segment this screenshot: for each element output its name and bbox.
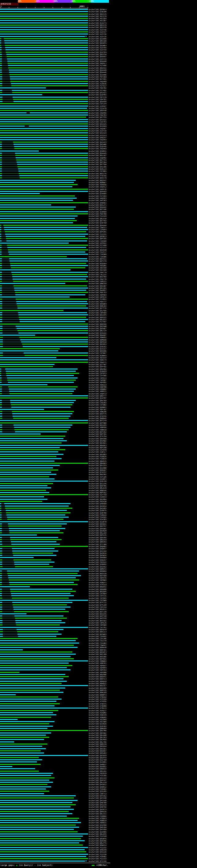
alignment-row[interactable]: UniRef100_B9RKV8 — [0, 646, 197, 648]
hit-bar[interactable] — [0, 721, 55, 722]
alignment-row[interactable]: UniRef100_A2SY44 — [0, 49, 197, 51]
hit-bar-segment[interactable] — [0, 380, 2, 380]
hit-label[interactable]: UniRef100_Q9FC05 — [89, 238, 106, 240]
alignment-row[interactable]: UniRef100_Q67TF4 — [0, 159, 197, 161]
alignment-row[interactable]: UniRef100_Q86T77 — [0, 395, 197, 397]
hit-bar-segment[interactable] — [0, 573, 2, 574]
alignment-row[interactable]: UniRef100_B9T1T9 — [0, 260, 197, 262]
alignment-row[interactable]: UniRef100_P04782 — [0, 87, 197, 89]
alignment-row[interactable]: UniRef100_Q9LYR6 — [0, 741, 197, 743]
hit-label[interactable]: UniRef100_Q1EP45 — [89, 145, 106, 148]
alignment-row[interactable]: UniRef100_A7PZL0 — [0, 584, 197, 586]
alignment-row[interactable]: UniRef100_Q9VZB7 — [0, 285, 197, 287]
hit-bar[interactable] — [5, 45, 88, 46]
hit-bar[interactable] — [7, 519, 63, 520]
hit-bar-segment[interactable] — [0, 375, 1, 376]
hit-bar[interactable] — [0, 809, 74, 810]
hit-bar-segment[interactable] — [0, 312, 2, 313]
hit-label[interactable]: UniRef100_Q39162 — [89, 345, 106, 348]
hit-label[interactable]: UniRef100_P12331 — [89, 233, 106, 235]
hit-label[interactable]: UniRef100_Q4A857 — [89, 289, 106, 291]
alignment-row[interactable]: UniRef100_Q4A857 — [0, 289, 197, 291]
hit-label[interactable]: UniRef100_Q8H903 — [89, 462, 106, 464]
alignment-row[interactable]: UniRef100_Q27YW7 — [0, 363, 197, 366]
hit-bar-segment[interactable] — [0, 177, 2, 178]
alignment-row[interactable]: UniRef100_Q01883 — [0, 453, 197, 456]
hit-bar[interactable] — [22, 344, 88, 345]
alignment-row[interactable]: UniRef100_O23878 — [0, 521, 197, 523]
alignment-row[interactable]: UniRef100_B9N8T3 — [0, 694, 197, 696]
alignment-row[interactable]: UniRef100_Q43452 — [0, 566, 197, 568]
alignment-row[interactable]: UniRef100_Q83379 — [0, 24, 197, 26]
alignment-row[interactable]: UniRef100_Q2QYB3 — [0, 725, 197, 727]
hit-bar[interactable] — [0, 726, 53, 727]
hit-label[interactable]: UniRef100_A7P9S6 — [89, 700, 106, 702]
hit-bar[interactable] — [0, 483, 53, 484]
hit-label[interactable]: UniRef100_A9R831 — [89, 822, 106, 824]
hit-label[interactable]: UniRef100_Q43654 — [89, 505, 106, 507]
hit-bar[interactable] — [0, 105, 88, 106]
alignment-row[interactable]: UniRef100_A7Q0V3 — [0, 817, 197, 819]
alignment-row[interactable]: UniRef100_Q9AYK6 — [0, 536, 197, 538]
hit-label[interactable]: UniRef100_B9MYV5 — [89, 689, 106, 691]
hit-bar-segment[interactable] — [0, 144, 2, 145]
hit-label[interactable]: UniRef100_P12332 — [89, 846, 106, 848]
hit-bar[interactable] — [20, 177, 88, 178]
hit-bar-segment[interactable] — [0, 326, 2, 327]
alignment-row[interactable]: UniRef100_Q8RVH3 — [0, 541, 197, 543]
hit-bar-segment[interactable] — [0, 593, 2, 594]
hit-bar[interactable] — [0, 94, 42, 95]
hit-bar-segment[interactable] — [0, 252, 2, 252]
hit-bar[interactable] — [0, 454, 63, 455]
alignment-row[interactable]: UniRef100_P97369 — [0, 76, 197, 78]
alignment-row[interactable]: UniRef100_P04783 — [0, 114, 197, 116]
hit-bar[interactable] — [0, 741, 14, 742]
hit-bar[interactable] — [16, 159, 88, 160]
hit-bar[interactable] — [7, 61, 88, 62]
alignment-row[interactable]: UniRef100_A6J270 — [0, 15, 197, 17]
alignment-row[interactable]: UniRef100_A9SGM1 — [0, 265, 197, 267]
hit-label[interactable]: UniRef100_Q01884 — [89, 498, 106, 500]
hit-bar[interactable] — [11, 595, 74, 596]
alignment-row[interactable]: UniRef100_P20866 — [0, 815, 197, 817]
hit-bar[interactable] — [0, 791, 49, 792]
alignment-row[interactable]: UniRef100_Q6ETN5 — [0, 485, 197, 487]
alignment-row[interactable]: UniRef100_Q9LIK3 — [0, 736, 197, 738]
alignment-row[interactable]: UniRef100_A2SY65 — [0, 46, 197, 49]
hit-label[interactable]: UniRef100_C6TC31 — [89, 595, 106, 597]
hit-bar[interactable] — [7, 517, 69, 518]
hit-bar[interactable] — [15, 153, 88, 154]
hit-label[interactable]: UniRef100_Q39692 — [89, 563, 106, 565]
hit-label[interactable]: UniRef100_A9NPD6 — [89, 426, 106, 428]
hit-bar[interactable] — [0, 310, 63, 311]
hit-bar[interactable] — [0, 744, 47, 745]
alignment-row[interactable]: UniRef100_P92919 — [0, 772, 197, 774]
hit-label[interactable]: UniRef100_Q6F3R4 — [89, 161, 106, 163]
alignment-row[interactable]: UniRef100_C4J7R1 — [0, 626, 197, 628]
alignment-row[interactable]: UniRef100_A5BUY1 — [0, 581, 197, 584]
hit-bar-segment[interactable] — [0, 292, 2, 293]
hit-bar[interactable] — [18, 330, 88, 331]
hit-bar[interactable] — [0, 730, 88, 731]
hit-bar[interactable] — [0, 854, 88, 855]
alignment-row[interactable]: UniRef100_P12331 — [0, 233, 197, 235]
hit-label[interactable]: UniRef100_C5X4N3 — [89, 642, 106, 644]
hit-label[interactable]: UniRef100_P27497 — [89, 320, 106, 323]
hit-label[interactable]: UniRef100_A6NZL9 — [89, 384, 106, 386]
hit-label[interactable]: UniRef100_Q71YA6 — [89, 860, 106, 862]
hit-bar[interactable] — [0, 198, 77, 198]
hit-bar-segment[interactable] — [0, 263, 2, 264]
alignment-row[interactable]: UniRef100_Q41143 — [0, 777, 197, 779]
hit-label[interactable]: UniRef100_B9FVD2 — [89, 491, 106, 494]
alignment-row[interactable]: UniRef100_Q40756 — [0, 806, 197, 808]
hit-bar-segment[interactable] — [0, 308, 2, 309]
alignment-row[interactable]: UniRef100_Q4YV62 — [0, 795, 197, 797]
hit-label[interactable]: UniRef100_Q9ZNZ8 — [89, 530, 106, 532]
alignment-row[interactable]: UniRef100_P93522 — [0, 561, 197, 563]
hit-label[interactable]: UniRef100_Q43016 — [89, 552, 106, 554]
hit-bar[interactable] — [0, 735, 46, 736]
hit-bar[interactable] — [0, 384, 47, 385]
alignment-row[interactable]: UniRef100_A4GPK9 — [0, 148, 197, 150]
hit-bar-segment[interactable] — [0, 355, 3, 356]
alignment-row[interactable]: UniRef100_Q84769 — [0, 399, 197, 402]
